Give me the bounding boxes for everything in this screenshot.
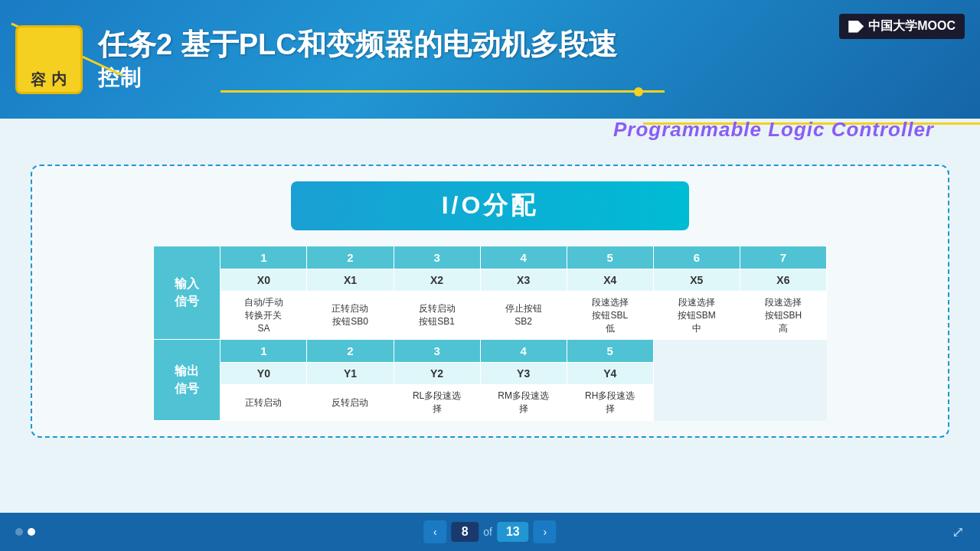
of-label: of (483, 526, 492, 538)
header-title-line2: 控制 (98, 64, 965, 93)
prev-icon: ‹ (433, 526, 437, 538)
input-reg-2: X2 (394, 269, 480, 292)
output-num-5: 5 (567, 340, 653, 363)
header-title-block: 任务2 基于PLC和变频器的电动机多段速 控制 (98, 26, 965, 93)
output-desc-0: 正转启动 (220, 385, 307, 421)
header-title-line1: 任务2 基于PLC和变频器的电动机多段速 (98, 26, 965, 64)
header: 中国大学MOOC 内容 任务2 基于PLC和变频器的电动机多段速 控制 Prog… (0, 0, 980, 119)
input-reg-6: X6 (740, 269, 826, 292)
input-reg-3: X3 (480, 269, 567, 292)
output-desc-1: 反转启动 (307, 385, 394, 421)
input-num-7: 7 (740, 246, 826, 269)
main-content: I/O分配 输入信号 1 2 3 4 5 6 7 X0 X1 X2 (0, 142, 980, 461)
input-desc-3: 停止按钮SB2 (480, 292, 567, 340)
input-desc-4: 段速选择按钮SBL低 (567, 292, 653, 340)
output-desc-row: 正转启动 反转启动 RL多段速选择 RM多段速选择 RH多段速选择 (154, 385, 827, 421)
nav-progress: ‹ 8 of 13 › (423, 520, 556, 543)
yellow-dot-1 (634, 87, 643, 96)
output-reg-3: Y3 (480, 363, 567, 385)
output-number-row: 输出信号 1 2 3 4 5 (154, 340, 827, 363)
output-num-4: 4 (480, 340, 567, 363)
input-num-3: 3 (394, 246, 480, 269)
output-reg-2: Y2 (394, 363, 480, 385)
input-reg-0: X0 (220, 269, 307, 292)
prev-button[interactable]: ‹ (423, 520, 446, 543)
output-num-1: 1 (220, 340, 307, 363)
dot-1 (15, 528, 23, 536)
input-desc-0: 自动/手动转换开关SA (220, 292, 307, 340)
input-reg-4: X4 (567, 269, 653, 292)
output-desc-empty (653, 385, 826, 421)
next-icon: › (543, 526, 547, 538)
io-title: I/O分配 (291, 181, 689, 230)
bottom-bar: ‹ 8 of 13 › ⤢ (0, 513, 980, 551)
output-reg-4: Y4 (567, 363, 653, 385)
input-reg-5: X5 (653, 269, 740, 292)
input-num-1: 1 (220, 246, 307, 269)
output-reg-1: Y1 (307, 363, 394, 385)
output-reg-empty (653, 363, 826, 385)
output-register-row: Y0 Y1 Y2 Y3 Y4 (154, 363, 827, 385)
expand-button[interactable]: ⤢ (952, 523, 965, 541)
table-container: I/O分配 输入信号 1 2 3 4 5 6 7 X0 X1 X2 (31, 165, 949, 438)
bottom-dots-left (15, 528, 35, 536)
input-number-row: 输入信号 1 2 3 4 5 6 7 (154, 246, 827, 269)
output-num-2: 2 (307, 340, 394, 363)
output-desc-4: RH多段速选择 (567, 385, 653, 421)
output-desc-3: RM多段速选择 (480, 385, 567, 421)
input-desc-row: 自动/手动转换开关SA 正转启动按钮SB0 反转启动按钮SB1 停止按钮SB2 … (154, 292, 827, 340)
content-badge: 内容 (15, 25, 83, 94)
output-reg-0: Y0 (220, 363, 307, 385)
badge-text: 内容 (28, 58, 70, 61)
input-desc-2: 反转启动按钮SB1 (394, 292, 480, 340)
output-label-cell: 输出信号 (154, 340, 220, 421)
current-page: 8 (451, 522, 479, 542)
dot-2 (28, 528, 35, 536)
input-desc-6: 段速选择按钮SBH高 (740, 292, 826, 340)
total-pages: 13 (497, 522, 529, 542)
input-num-5: 5 (567, 246, 653, 269)
input-num-6: 6 (653, 246, 740, 269)
next-button[interactable]: › (534, 520, 557, 543)
plc-subtitle: Programmable Logic Controller (613, 118, 934, 142)
input-desc-5: 段速选择按钮SBM中 (653, 292, 740, 340)
input-num-4: 4 (480, 246, 567, 269)
input-register-row: X0 X1 X2 X3 X4 X5 X6 (154, 269, 827, 292)
input-reg-1: X1 (307, 269, 394, 292)
input-desc-1: 正转启动按钮SB0 (307, 292, 394, 340)
io-table: 输入信号 1 2 3 4 5 6 7 X0 X1 X2 X3 X4 X5 X6 (153, 246, 827, 421)
input-num-2: 2 (307, 246, 394, 269)
yellow-line-1 (220, 90, 665, 93)
output-num-empty (653, 340, 826, 363)
output-desc-2: RL多段速选择 (394, 385, 480, 421)
output-num-3: 3 (394, 340, 480, 363)
input-label-cell: 输入信号 (154, 246, 220, 340)
